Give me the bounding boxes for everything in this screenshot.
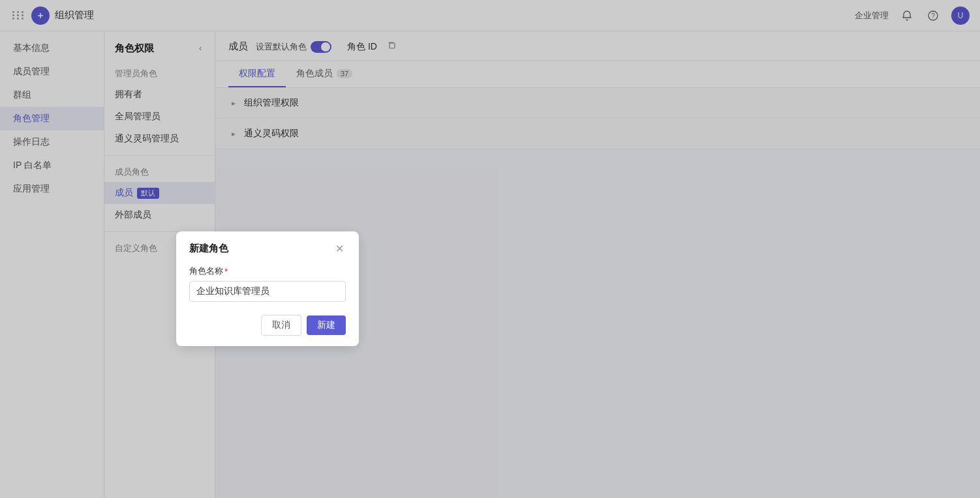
required-indicator: * [224,267,228,276]
modal-overlay: 新建角色 ✕ 角色名称 * 取消 新建 [0,0,980,498]
modal-header: 新建角色 ✕ [176,231,359,263]
new-role-modal: 新建角色 ✕ 角色名称 * 取消 新建 [176,231,359,346]
modal-footer: 取消 新建 [176,312,359,346]
role-name-input[interactable] [189,281,346,302]
cancel-button[interactable]: 取消 [261,315,301,336]
role-name-label: 角色名称 * [189,265,346,277]
confirm-button[interactable]: 新建 [307,315,346,335]
modal-body: 角色名称 * [176,263,359,312]
modal-title: 新建角色 [189,242,228,255]
modal-close-button[interactable]: ✕ [333,242,346,255]
